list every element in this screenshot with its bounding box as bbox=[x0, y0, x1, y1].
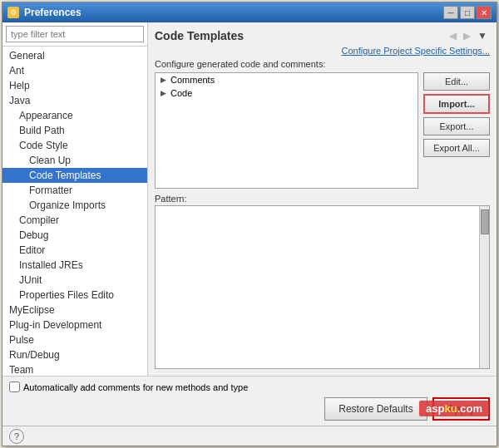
scrollbar-thumb bbox=[481, 209, 489, 234]
sidebar-item-plugin-dev[interactable]: Plug-in Development bbox=[2, 318, 147, 332]
sidebar-item-run-debug[interactable]: Run/Debug bbox=[2, 347, 147, 362]
nav-forward-icon[interactable]: ▶ bbox=[461, 29, 473, 42]
panel-header: Code Templates ◀ ▶ ▼ bbox=[155, 29, 490, 42]
sidebar-item-general[interactable]: General bbox=[2, 48, 147, 63]
sidebar-item-myeclipse[interactable]: MyEclipse bbox=[2, 303, 147, 318]
export-all-button[interactable]: Export All... bbox=[423, 139, 490, 157]
sidebar-item-build-path[interactable]: Build Path bbox=[2, 123, 147, 138]
sidebar-item-compiler[interactable]: Compiler bbox=[2, 213, 147, 228]
configure-desc: Configure generated code and comments: bbox=[155, 59, 490, 69]
panel-title: Code Templates bbox=[155, 29, 244, 42]
sidebar-item-code-templates[interactable]: Code Templates bbox=[2, 168, 147, 183]
sidebar-item-pulse[interactable]: Pulse bbox=[2, 332, 147, 347]
nav-back-icon[interactable]: ◀ bbox=[447, 29, 459, 42]
search-input[interactable] bbox=[6, 26, 144, 42]
sidebar-item-help[interactable]: Help bbox=[2, 78, 147, 93]
templates-tree: ▶ Comments ▶ Code bbox=[155, 72, 418, 189]
import-button[interactable]: Import... bbox=[423, 94, 490, 114]
nav-dropdown-icon[interactable]: ▼ bbox=[475, 29, 490, 42]
template-comments[interactable]: ▶ Comments bbox=[156, 73, 417, 86]
edit-button[interactable]: Edit... bbox=[423, 72, 490, 91]
restore-defaults-button[interactable]: Restore Defaults bbox=[324, 397, 427, 421]
sidebar-item-clean-up[interactable]: Clean Up bbox=[2, 153, 147, 168]
sidebar-item-formatter[interactable]: Formatter bbox=[2, 183, 147, 198]
export-button[interactable]: Export... bbox=[423, 117, 490, 135]
sidebar-item-editor[interactable]: Editor bbox=[2, 243, 147, 258]
sidebar-item-junit[interactable]: JUnit bbox=[2, 273, 147, 288]
auto-comment-label: Automatically add comments for new metho… bbox=[23, 382, 248, 392]
sidebar-item-debug[interactable]: Debug bbox=[2, 228, 147, 243]
sidebar-item-code-style[interactable]: Code Style bbox=[2, 138, 147, 153]
pattern-label: Pattern: bbox=[155, 194, 490, 204]
close-button[interactable]: ✕ bbox=[477, 6, 492, 19]
template-code[interactable]: ▶ Code bbox=[156, 86, 417, 100]
sidebar: General Ant Help Java Appearance Build P… bbox=[2, 22, 148, 376]
bottom-buttons: Restore Defaults Apply bbox=[9, 397, 490, 421]
expand-arrow-code: ▶ bbox=[161, 89, 170, 97]
maximize-button[interactable]: □ bbox=[460, 6, 475, 19]
pattern-box bbox=[155, 205, 490, 369]
auto-comment-checkbox[interactable] bbox=[9, 382, 20, 392]
template-comments-label: Comments bbox=[170, 75, 215, 85]
tree-area: General Ant Help Java Appearance Build P… bbox=[2, 47, 147, 376]
configure-link[interactable]: Configure Project Specific Settings... bbox=[155, 46, 490, 56]
sidebar-item-organize-imports[interactable]: Organize Imports bbox=[2, 198, 147, 213]
sidebar-item-java[interactable]: Java bbox=[2, 93, 147, 108]
apply-button[interactable]: Apply bbox=[432, 397, 490, 421]
pattern-inner[interactable] bbox=[156, 206, 479, 368]
app-icon: ⚙ bbox=[7, 7, 19, 18]
auto-comments-row: Automatically add comments for new metho… bbox=[9, 382, 490, 392]
nav-arrows: ◀ ▶ ▼ bbox=[447, 29, 490, 42]
minimize-button[interactable]: ─ bbox=[443, 6, 458, 19]
content-area: General Ant Help Java Appearance Build P… bbox=[2, 22, 497, 376]
expand-arrow: ▶ bbox=[161, 76, 170, 84]
bottom-bar: Automatically add comments for new metho… bbox=[2, 376, 497, 426]
window-controls: ─ □ ✕ bbox=[443, 6, 492, 19]
template-buttons: Edit... Import... Export... Export All..… bbox=[423, 72, 490, 189]
help-icon: ? bbox=[14, 431, 19, 441]
help-button[interactable]: ? bbox=[9, 429, 24, 444]
pattern-scrollbar[interactable] bbox=[479, 206, 489, 368]
title-bar-left: ⚙ Preferences bbox=[7, 7, 82, 18]
preferences-window: ⚙ Preferences ─ □ ✕ General Ant Help J bbox=[2, 2, 497, 446]
templates-section: ▶ Comments ▶ Code Edit... Import... Expo… bbox=[155, 72, 490, 189]
sidebar-item-properties-files[interactable]: Properties Files Edito bbox=[2, 288, 147, 303]
title-bar: ⚙ Preferences ─ □ ✕ bbox=[2, 2, 497, 22]
search-box bbox=[2, 22, 147, 47]
sidebar-item-ant[interactable]: Ant bbox=[2, 63, 147, 78]
sidebar-item-installed-jres[interactable]: Installed JREs bbox=[2, 258, 147, 273]
window-title: Preferences bbox=[24, 7, 82, 18]
statusbar: ? bbox=[2, 426, 497, 446]
main-panel: Code Templates ◀ ▶ ▼ Configure Project S… bbox=[148, 22, 497, 376]
template-code-label: Code bbox=[170, 88, 192, 98]
pattern-section: Pattern: bbox=[155, 194, 490, 369]
sidebar-item-team[interactable]: Team bbox=[2, 362, 147, 376]
sidebar-item-appearance[interactable]: Appearance bbox=[2, 108, 147, 123]
